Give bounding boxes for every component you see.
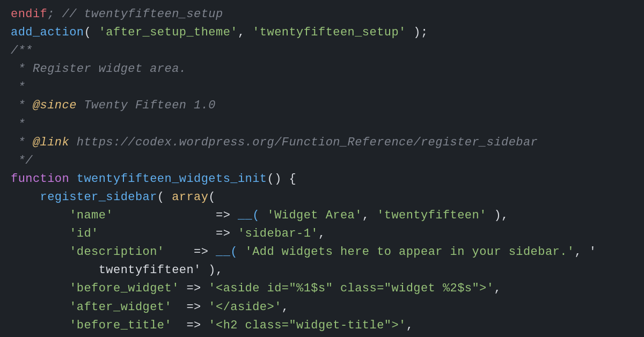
- code-content: endif; // twentyfifteen_setupadd_action(…: [11, 5, 644, 337]
- code-line-10: */: [11, 152, 644, 170]
- code-line-7: * @since Twenty Fifteen 1.0: [11, 97, 644, 115]
- code-line-1: endif; // twentyfifteen_setup: [11, 5, 644, 24]
- code-line-2: add_action( 'after_setup_theme', 'twenty…: [11, 24, 644, 42]
- code-line-11: function twentyfifteen_widgets_init() {: [11, 170, 644, 188]
- code-line-18: 'after_widget' => '</aside>',: [11, 298, 644, 317]
- code-line-5: * Register widget area.: [11, 60, 644, 78]
- code-line-6: *: [11, 78, 644, 97]
- code-line-16: twentyfifteen' ),: [11, 261, 644, 280]
- code-line-17: 'before_widget' => '<aside id="%1$s" cla…: [11, 280, 644, 298]
- code-line-19: 'before_title' => '<h2 class="widget-tit…: [11, 317, 644, 335]
- code-line-15: 'description' => __( 'Add widgets here t…: [11, 243, 644, 261]
- code-line-8: *: [11, 115, 644, 134]
- code-line-4: /**: [11, 42, 644, 60]
- code-line-9: * @link https://codex.wordpress.org/Func…: [11, 134, 644, 152]
- code-line-14: 'id' => 'sidebar-1',: [11, 225, 644, 243]
- code-line-13: 'name' => __( 'Widget Area', 'twentyfift…: [11, 207, 644, 225]
- code-line-20: 'after_title' => '</h2>',: [11, 335, 644, 337]
- code-editor: endif; // twentyfifteen_setupadd_action(…: [0, 0, 644, 337]
- code-line-12: register_sidebar( array(: [11, 188, 644, 207]
